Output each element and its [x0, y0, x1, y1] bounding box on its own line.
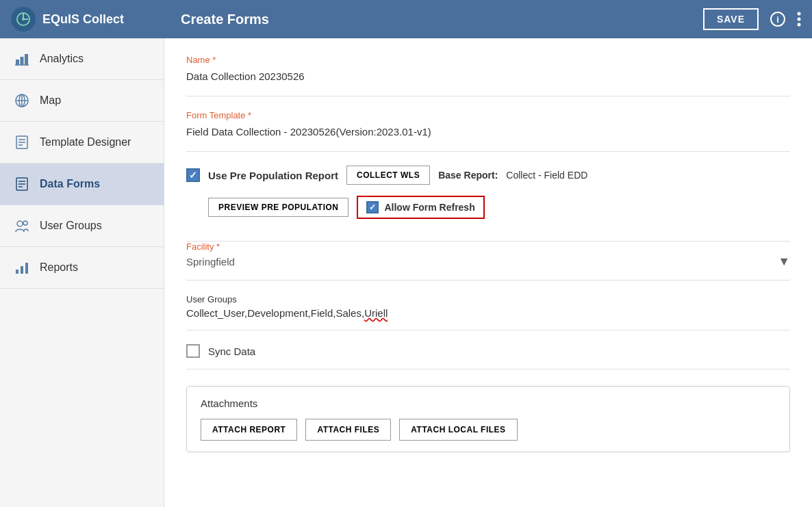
info-icon[interactable]: i [770, 11, 786, 27]
analytics-icon [14, 51, 30, 67]
sidebar-item-map[interactable]: Map [0, 80, 164, 122]
user-groups-icon [14, 218, 30, 234]
svg-point-4 [798, 12, 801, 16]
reports-icon [14, 259, 30, 276]
form-template-section: Form Template * Field Data Collection - … [186, 110, 790, 152]
svg-point-5 [798, 18, 801, 21]
base-report-value: Collect - Field EDD [506, 170, 587, 181]
sidebar: Analytics Map Template Designer Data For… [0, 38, 164, 507]
template-designer-icon [14, 134, 30, 151]
pre-pop-row: ✓ Use Pre Population Report COLLECT WLS … [186, 166, 790, 187]
facility-section: Facility * Springfield ▼ [186, 242, 790, 281]
collect-wls-button[interactable]: COLLECT WLS [346, 166, 430, 185]
svg-rect-23 [21, 266, 23, 274]
attachments-section: Attachments ATTACH REPORT ATTACH FILES A… [186, 386, 790, 452]
preview-pre-population-button[interactable]: PREVIEW PRE POPULATION [208, 198, 348, 217]
facility-value: Springfield [186, 256, 778, 268]
attach-files-button[interactable]: ATTACH FILES [305, 419, 391, 441]
header-actions: SAVE i [703, 8, 801, 30]
name-value: Data Collection 20230526 [186, 68, 790, 85]
attach-local-files-button[interactable]: ATTACH LOCAL FILES [399, 419, 517, 441]
reports-label: Reports [40, 261, 78, 274]
more-options-icon[interactable] [797, 12, 801, 27]
facility-dropdown-arrow[interactable]: ▼ [778, 255, 790, 269]
app-logo-icon [11, 7, 36, 31]
sidebar-item-template-designer[interactable]: Template Designer [0, 122, 164, 164]
svg-rect-24 [25, 263, 28, 274]
sync-data-checkbox[interactable] [186, 344, 200, 358]
map-icon [14, 92, 30, 109]
map-label: Map [40, 94, 61, 107]
form-template-value: Field Data Collection - 20230526(Version… [186, 123, 790, 140]
pre-pop-checkbox[interactable]: ✓ [186, 168, 200, 182]
attach-report-button[interactable]: ATTACH REPORT [201, 419, 297, 441]
allow-refresh-label: Allow Form Refresh [384, 202, 474, 213]
sidebar-item-reports[interactable]: Reports [0, 247, 164, 289]
template-designer-label: Template Designer [40, 136, 131, 148]
user-groups-value: Collect_User,Development,Field,Sales,Uri… [186, 307, 790, 319]
name-field-section: Name * Data Collection 20230526 [186, 55, 790, 96]
svg-point-1 [22, 18, 25, 21]
data-forms-icon [14, 176, 30, 192]
logo-area: EQuIS Collect [11, 7, 175, 31]
sidebar-item-analytics[interactable]: Analytics [0, 38, 164, 80]
main-layout: Analytics Map Template Designer Data For… [0, 38, 812, 507]
form-template-label: Form Template * [186, 110, 790, 120]
base-report-label: Base Report: [438, 170, 498, 181]
attachments-buttons: ATTACH REPORT ATTACH FILES ATTACH LOCAL … [201, 419, 776, 441]
top-header: EQuIS Collect Create Forms SAVE i [0, 0, 812, 38]
allow-refresh-checkbox[interactable]: ✓ [366, 201, 379, 213]
save-button[interactable]: SAVE [703, 8, 759, 30]
page-title: Create Forms [175, 12, 703, 27]
allow-refresh-box[interactable]: ✓ Allow Form Refresh [357, 196, 484, 219]
sync-data-label: Sync Data [208, 346, 255, 357]
analytics-label: Analytics [40, 53, 84, 65]
facility-row: Springfield ▼ [186, 255, 790, 269]
attachments-title: Attachments [201, 398, 776, 409]
sidebar-item-data-forms[interactable]: Data Forms [0, 164, 164, 205]
svg-point-21 [23, 221, 27, 225]
preview-row: PREVIEW PRE POPULATION ✓ Allow Form Refr… [186, 196, 790, 219]
app-title: EQuIS Collect [42, 12, 124, 27]
content-area: Name * Data Collection 20230526 Form Tem… [164, 38, 812, 507]
name-label: Name * [186, 55, 790, 65]
pre-population-section: ✓ Use Pre Population Report COLLECT WLS … [186, 166, 790, 242]
svg-point-6 [798, 23, 801, 27]
svg-point-20 [17, 221, 23, 226]
data-forms-label: Data Forms [40, 178, 100, 190]
sync-data-row: Sync Data [186, 344, 790, 369]
svg-rect-22 [16, 270, 18, 274]
user-groups-field-label: User Groups [186, 294, 790, 304]
pre-pop-label: Use Pre Population Report [208, 170, 338, 181]
facility-label: Facility * [186, 242, 790, 252]
user-groups-label: User Groups [40, 220, 102, 232]
user-groups-section: User Groups Collect_User,Development,Fie… [186, 294, 790, 330]
svg-text:i: i [776, 14, 779, 25]
sidebar-item-user-groups[interactable]: User Groups [0, 205, 164, 247]
